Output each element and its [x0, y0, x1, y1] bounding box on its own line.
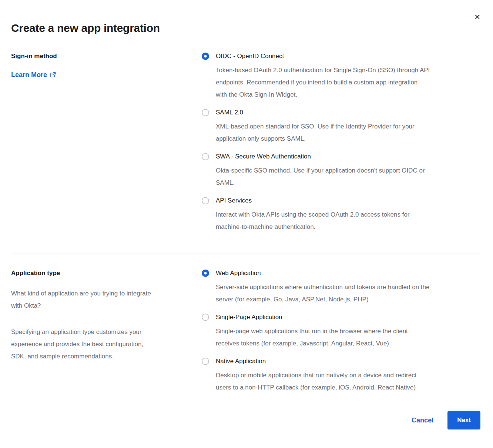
signin-option-api-services-label[interactable]: API Services	[216, 196, 410, 205]
signin-option-swa[interactable]: SWA - Secure Web Authentication Okta-spe…	[202, 152, 480, 189]
dialog-footer: Cancel Next	[11, 411, 480, 429]
apptype-option-native-text: Native Application Desktop or mobile app…	[216, 357, 416, 394]
signin-method-heading: Sign-in method	[11, 52, 185, 61]
learn-more-label: Learn More	[11, 71, 47, 79]
signin-option-swa-label[interactable]: SWA - Secure Web Authentication	[216, 152, 425, 161]
signin-method-left-column: Sign-in method Learn More	[11, 52, 185, 233]
apptype-option-native-description: Desktop or mobile applications that run …	[216, 369, 416, 394]
apptype-option-native[interactable]: Native Application Desktop or mobile app…	[202, 357, 480, 394]
apptype-option-spa-text: Single-Page Application Single-page web …	[216, 313, 408, 350]
learn-more-link[interactable]: Learn More	[11, 71, 56, 79]
signin-option-saml-text: SAML 2.0 XML-based open standard for SSO…	[216, 108, 415, 145]
signin-method-options: OIDC - OpenID Connect Token-based OAuth …	[202, 52, 480, 233]
radio-swa[interactable]	[202, 153, 209, 160]
apptype-option-spa-description: Single-page web applications that run in…	[216, 325, 408, 350]
signin-option-api-services[interactable]: API Services Interact with Okta APIs usi…	[202, 196, 480, 233]
signin-option-oidc-description: Token-based OAuth 2.0 authentication for…	[216, 64, 430, 101]
section-divider	[11, 254, 480, 254]
radio-single-page-application[interactable]	[202, 314, 209, 321]
page-title: Create a new app integration	[11, 21, 480, 36]
signin-option-oidc[interactable]: OIDC - OpenID Connect Token-based OAuth …	[202, 52, 480, 101]
radio-api-services[interactable]	[202, 197, 209, 204]
application-type-explanation: Specifying an application type customize…	[11, 326, 185, 362]
apptype-option-web[interactable]: Web Application Server-side applications…	[202, 269, 480, 305]
apptype-option-web-label[interactable]: Web Application	[216, 269, 429, 278]
apptype-option-spa-label[interactable]: Single-Page Application	[216, 313, 408, 322]
radio-oidc[interactable]	[202, 53, 209, 60]
signin-option-saml[interactable]: SAML 2.0 XML-based open standard for SSO…	[202, 108, 480, 145]
radio-native-application[interactable]	[202, 358, 209, 365]
apptype-option-native-label[interactable]: Native Application	[216, 357, 416, 366]
application-type-heading: Application type	[11, 269, 185, 278]
signin-option-saml-description: XML-based open standard for SSO. Use if …	[216, 120, 415, 145]
signin-option-oidc-text: OIDC - OpenID Connect Token-based OAuth …	[216, 52, 430, 101]
radio-web-application[interactable]	[202, 270, 209, 277]
next-button[interactable]: Next	[447, 411, 480, 429]
signin-option-api-services-description: Interact with Okta APIs using the scoped…	[216, 208, 410, 233]
application-type-question: What kind of application are you trying …	[11, 287, 185, 312]
apptype-option-spa[interactable]: Single-Page Application Single-page web …	[202, 313, 480, 350]
application-type-options: Web Application Server-side applications…	[202, 269, 480, 394]
apptype-option-web-text: Web Application Server-side applications…	[216, 269, 429, 305]
close-icon[interactable]: ✕	[474, 13, 480, 21]
signin-option-swa-text: SWA - Secure Web Authentication Okta-spe…	[216, 152, 425, 189]
cancel-button[interactable]: Cancel	[412, 417, 433, 424]
signin-option-oidc-label[interactable]: OIDC - OpenID Connect	[216, 52, 430, 61]
apptype-option-web-description: Server-side applications where authentic…	[216, 281, 429, 305]
signin-option-swa-description: Okta-specific SSO method. Use if your ap…	[216, 164, 425, 189]
signin-option-saml-label[interactable]: SAML 2.0	[216, 108, 415, 117]
radio-saml[interactable]	[202, 109, 209, 116]
external-link-icon	[50, 72, 56, 78]
application-type-left-column: Application type What kind of applicatio…	[11, 269, 185, 394]
signin-method-section: Sign-in method Learn More OIDC - OpenID …	[11, 52, 480, 233]
application-type-section: Application type What kind of applicatio…	[11, 269, 480, 394]
signin-option-api-services-text: API Services Interact with Okta APIs usi…	[216, 196, 410, 233]
create-app-integration-modal: ✕ Create a new app integration Sign-in m…	[0, 21, 493, 429]
